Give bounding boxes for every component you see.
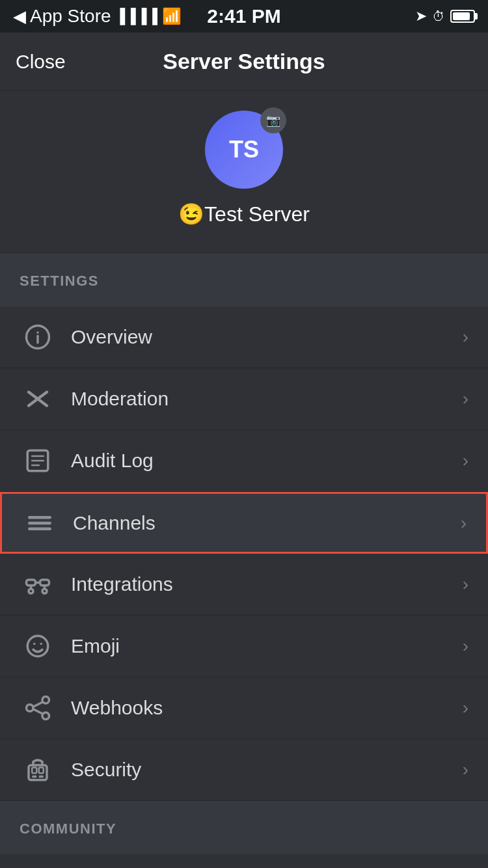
status-icons: ➤ ⏱ xyxy=(415,8,475,25)
info-icon xyxy=(20,319,55,355)
chevron-right-icon: › xyxy=(463,636,468,657)
svg-point-21 xyxy=(40,643,42,645)
security-icon xyxy=(20,752,55,788)
svg-rect-28 xyxy=(32,768,36,774)
lock-icon: ⏱ xyxy=(432,9,445,24)
svg-point-2 xyxy=(36,331,39,334)
svg-point-19 xyxy=(27,636,48,657)
moderation-label: Moderation xyxy=(71,388,456,410)
server-name: 😉Test Server xyxy=(178,202,310,226)
back-arrow-icon: ◀ xyxy=(13,7,26,27)
time-display: 2:41 PM xyxy=(207,5,280,27)
battery-icon xyxy=(450,10,475,23)
server-avatar: TS 📷 xyxy=(205,111,283,189)
page-title: Server Settings xyxy=(163,49,325,74)
chevron-right-icon: › xyxy=(463,450,468,471)
svg-point-23 xyxy=(42,697,49,704)
status-bar: ◀ App Store ▐▐▐▐ 📶 2:41 PM ➤ ⏱ xyxy=(0,0,488,33)
community-section-header: COMMUNITY xyxy=(0,821,488,848)
svg-point-22 xyxy=(26,705,33,712)
svg-point-20 xyxy=(33,643,36,645)
svg-rect-30 xyxy=(32,776,36,778)
svg-line-25 xyxy=(33,702,42,707)
chevron-right-icon: › xyxy=(463,574,468,595)
svg-point-24 xyxy=(42,712,49,720)
chevron-right-icon: › xyxy=(463,388,468,409)
wifi-icon: 📶 xyxy=(162,7,182,25)
svg-rect-12 xyxy=(26,580,35,586)
settings-item-moderation[interactable]: Moderation › xyxy=(0,368,488,430)
community-section: COMMUNITY xyxy=(0,801,488,854)
overview-label: Overview xyxy=(71,326,456,348)
navigation-bar: Close Server Settings xyxy=(0,33,488,91)
webhooks-label: Webhooks xyxy=(71,697,456,719)
carrier-label: App Store xyxy=(30,6,111,27)
signal-icon: ▐▐▐▐ xyxy=(115,8,158,25)
svg-rect-29 xyxy=(38,768,43,774)
settings-item-emoji[interactable]: Emoji › xyxy=(0,616,488,677)
settings-item-overview[interactable]: Overview › xyxy=(0,306,488,368)
avatar-text: TS xyxy=(229,136,259,163)
settings-section: SETTINGS xyxy=(0,253,488,306)
svg-rect-31 xyxy=(38,776,43,778)
audit-log-icon xyxy=(20,443,55,479)
svg-line-26 xyxy=(33,709,42,714)
chevron-right-icon: › xyxy=(463,327,468,347)
avatar-badge-icon: 📷 xyxy=(260,107,286,133)
settings-section-header: SETTINGS xyxy=(0,273,488,300)
emoji-label: Emoji xyxy=(71,635,456,657)
audit-log-label: Audit Log xyxy=(71,450,456,472)
channels-icon xyxy=(21,505,57,541)
server-header: TS 📷 😉Test Server xyxy=(0,91,488,253)
chevron-right-icon: › xyxy=(463,698,468,718)
integrations-icon xyxy=(20,567,55,603)
settings-item-audit-log[interactable]: Audit Log › xyxy=(0,430,488,492)
close-button[interactable]: Close xyxy=(16,51,66,73)
settings-item-webhooks[interactable]: Webhooks › xyxy=(0,677,488,739)
svg-rect-13 xyxy=(40,580,49,586)
settings-item-security[interactable]: Security › xyxy=(0,739,488,801)
settings-item-channels[interactable]: Channels › xyxy=(0,492,488,554)
security-label: Security xyxy=(71,759,456,781)
moderation-icon xyxy=(20,381,55,417)
channels-label: Channels xyxy=(73,512,454,534)
chevron-right-icon: › xyxy=(461,513,467,534)
svg-point-16 xyxy=(42,589,47,593)
integrations-label: Integrations xyxy=(71,573,456,595)
settings-list: Overview › Moderation › Audit Log › xyxy=(0,306,488,801)
carrier-info: ◀ App Store ▐▐▐▐ 📶 xyxy=(13,6,182,27)
chevron-right-icon: › xyxy=(463,759,468,780)
svg-point-15 xyxy=(29,589,33,593)
webhooks-icon xyxy=(20,690,55,726)
emoji-icon xyxy=(20,629,55,664)
settings-item-integrations[interactable]: Integrations › xyxy=(0,554,488,616)
location-icon: ➤ xyxy=(415,8,427,25)
